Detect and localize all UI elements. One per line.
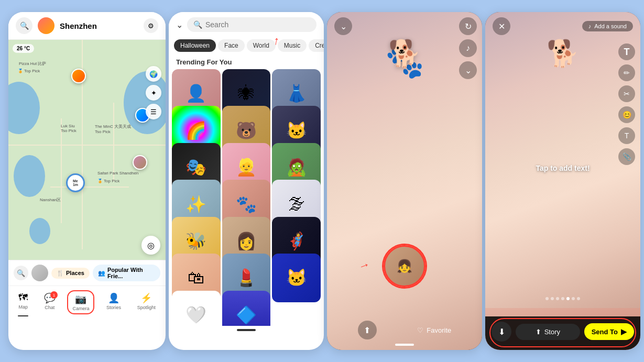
dog-ears-filter: 🐕 <box>388 38 421 69</box>
lens-item-20-inner: 🔷 <box>222 291 271 326</box>
lens-item-20[interactable]: 🔷 <box>222 291 271 326</box>
map-wand-btn[interactable]: ✦ <box>146 85 161 101</box>
map-road-3 <box>61 118 62 223</box>
filter-preview-thumbnail[interactable]: 👧 <box>384 245 425 287</box>
lens-chevron-icon[interactable]: ⌄ <box>176 20 183 30</box>
popular-label: Popular With Frie... <box>107 267 155 279</box>
fork-icon: 🍴 <box>57 270 64 277</box>
add-sound-label: Add a sound <box>594 23 627 29</box>
send-panel: ✕ ♪ Add a sound 🐕 T ✏ ✂ 😊 T 📎 Tap to ad <box>485 12 640 350</box>
send-dot-7 <box>577 297 580 300</box>
map-avatar[interactable] <box>38 17 54 34</box>
lens-tab-world[interactable]: World <box>247 39 276 52</box>
camera-nav-label: Camera <box>72 306 89 311</box>
lens-search-box[interactable]: 🔍 <box>187 17 316 32</box>
map-label-luk: Luk SiuTso Pick <box>61 124 77 133</box>
map-label-1: Pizza Hut 比萨 <box>19 61 46 67</box>
lens-grid: 👤 🕷 👗 🌈 🐻 🐱 🎭 👱 <box>169 69 324 326</box>
download-icon: ⬇ <box>498 327 505 337</box>
map-search-icon[interactable]: 🔍 <box>16 17 32 34</box>
send-close-btn[interactable]: ✕ <box>493 17 510 35</box>
camera-top-bar: ⌄ ↻ ♪ ⌄ <box>327 12 482 40</box>
places-btn[interactable]: 🍴 Places <box>51 268 90 279</box>
map-globe-btn[interactable]: 🌍 <box>146 66 161 82</box>
camera-music-btn[interactable]: ♪ <box>459 39 477 57</box>
map-road-5 <box>113 103 114 181</box>
send-tool-pen[interactable]: ✏ <box>618 64 635 81</box>
location-btn[interactable]: ◎ <box>141 236 160 255</box>
lens-item-18[interactable]: 🐱 <box>272 254 321 302</box>
lens-tab-music[interactable]: Music <box>278 39 307 52</box>
camera-background: 🐾 ⌄ ↻ ♪ ⌄ 🐕 👧 ← <box>327 12 482 350</box>
map-nav-underline <box>18 315 28 316</box>
send-download-btn[interactable]: ⬇ <box>492 322 511 342</box>
nav-map[interactable]: 🗺 Map <box>14 290 32 314</box>
map-water-3 <box>29 218 50 244</box>
map-pin-3 <box>133 155 147 170</box>
send-tool-timer[interactable]: T <box>618 127 635 144</box>
nav-chat[interactable]: 💬 Chat 1 <box>40 290 60 314</box>
heart-icon: ♡ <box>417 326 423 334</box>
map-label-3b: 🏅 Top Pick <box>97 179 119 183</box>
camera-share-btn[interactable]: ⬆ <box>358 321 377 339</box>
map-bottom-search-btn[interactable]: 🔍 <box>14 266 28 280</box>
nav-bar: 🗺 Map 💬 Chat 1 📷 Camera 👤 Stories ⚡ Spot… <box>8 286 166 316</box>
lens-item-19-inner: 🤍 <box>172 291 221 326</box>
map-list-btn[interactable]: ☰ <box>146 104 161 119</box>
lens-search-input[interactable] <box>205 20 310 29</box>
camera-chevron-down-btn[interactable]: ⌄ <box>334 17 352 35</box>
lens-search-icon: 🔍 <box>193 20 202 29</box>
filter-preview-image: 👧 <box>397 259 412 273</box>
send-tool-sticker[interactable]: 😊 <box>618 106 635 123</box>
popular-icon: 👥 <box>98 270 105 277</box>
send-story-btn[interactable]: ⬆ Story <box>516 324 580 340</box>
map-me-pin: Me1m <box>66 173 85 192</box>
send-to-arrow-icon: ▶ <box>621 327 627 336</box>
map-panel: 🔍 Shenzhen ⚙ Pizza Hut 比萨 🏅 Top Pick MaL… <box>8 12 166 350</box>
nav-camera[interactable]: 📷 Camera <box>67 290 94 314</box>
send-dot-4 <box>561 297 564 300</box>
popular-btn[interactable]: 👥 Popular With Frie... <box>93 265 160 281</box>
camera-favorite-btn[interactable]: ♡ Favorite <box>417 326 451 334</box>
nav-stories[interactable]: 👤 Stories <box>102 290 125 314</box>
send-dot-3 <box>556 297 559 300</box>
camera-flip-btn[interactable]: ↻ <box>459 17 477 35</box>
send-to-btn[interactable]: Send To ▶ <box>584 323 634 340</box>
send-tool-scissors[interactable]: ✂ <box>618 85 635 102</box>
lens-tab-face[interactable]: Face <box>218 39 245 52</box>
send-tool-text[interactable]: T <box>618 43 635 60</box>
nav-spotlight[interactable]: ⚡ Spotlight <box>133 290 160 314</box>
camera-bottom-bar: ⬆ ♡ Favorite <box>327 314 482 350</box>
send-background: ✕ ♪ Add a sound 🐕 T ✏ ✂ 😊 T 📎 Tap to ad <box>485 12 640 350</box>
send-dog-filter: 🐕 <box>547 38 579 69</box>
map-water-2 <box>14 155 45 197</box>
lens-scroll-bar <box>237 329 256 331</box>
send-dot-5 <box>566 297 570 300</box>
send-dot-2 <box>551 297 554 300</box>
map-settings-icon[interactable]: ⚙ <box>144 18 158 33</box>
send-top-bar: ✕ ♪ Add a sound <box>485 12 640 40</box>
camera-bottom-buttons: ⬆ ♡ Favorite <box>327 321 482 339</box>
lens-item-19[interactable]: 🤍 <box>172 291 221 326</box>
camera-panel: 🐾 ⌄ ↻ ♪ ⌄ 🐕 👧 ← <box>327 12 482 350</box>
app-container: 🔍 Shenzhen ⚙ Pizza Hut 比萨 🏅 Top Pick MaL… <box>0 0 644 362</box>
lens-tab-creators[interactable]: Creators <box>309 39 324 52</box>
map-sidebar-icons: 🌍 ✦ ☰ <box>146 66 161 119</box>
weather-badge: 26 °C <box>13 44 34 53</box>
music-note-icon: ♪ <box>588 23 592 29</box>
send-text-overlay[interactable]: Tap to add text! <box>536 164 590 172</box>
send-tool-paperclip[interactable]: 📎 <box>618 148 635 165</box>
send-progress-dots <box>545 297 580 300</box>
map-header: 🔍 Shenzhen ⚙ <box>8 12 166 40</box>
map-bottom-strip: 🔍 🍴 Places 👥 Popular With Frie... <box>8 260 166 286</box>
send-music-bar[interactable]: ♪ Add a sound <box>582 21 633 31</box>
lens-header: ⌄ 🔍 <box>169 12 324 37</box>
map-road-2 <box>8 145 166 146</box>
send-to-label: Send To <box>592 328 618 336</box>
lens-tabs: Halloween Face World Music Creators <box>169 37 324 56</box>
camera-expand-btn[interactable]: ⌄ <box>459 61 477 79</box>
map-area[interactable]: Pizza Hut 比萨 🏅 Top Pick MaL... Safari Pa… <box>8 40 166 260</box>
send-bottom-bar: ⬇ ⬆ Story Send To ▶ <box>485 316 640 350</box>
lens-tab-halloween[interactable]: Halloween <box>174 39 216 52</box>
spotlight-nav-label: Spotlight <box>137 305 156 310</box>
